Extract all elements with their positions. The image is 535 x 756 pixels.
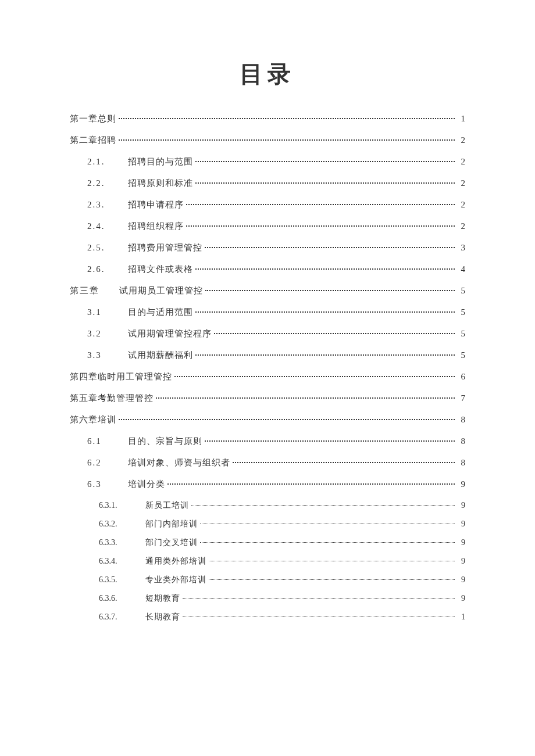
- toc-entry-text: 培训对象、师资与组织者: [128, 457, 230, 468]
- toc-entry: 3.1目的与适用范围5: [70, 307, 465, 318]
- toc-entry-text: 第四章临时用工管理管控: [70, 371, 172, 382]
- toc-entry-number: 6.3.6.: [99, 594, 145, 603]
- toc-entry: 2.4.招聘组织程序2: [70, 221, 465, 232]
- toc-leader-dots: [195, 182, 455, 184]
- toc-entry-page: 5: [457, 307, 465, 317]
- toc-leader-dots: [200, 542, 455, 543]
- toc-leader-dots: [200, 524, 455, 524]
- toc-leader-dots: [191, 505, 455, 506]
- toc-entry-page: 8: [457, 458, 465, 468]
- toc-entry-text: 试用期员工管理管控: [119, 285, 203, 296]
- toc-entry-page: 9: [457, 594, 465, 603]
- toc-leader-dots: [119, 139, 455, 141]
- toc-entry-number: 6.3.5.: [99, 575, 145, 585]
- toc-entry: 6.2培训对象、师资与组织者8: [70, 457, 465, 468]
- toc-leader-dots: [195, 161, 455, 162]
- toc-leader-dots: [195, 354, 455, 356]
- toc-entry-page: 2: [457, 221, 465, 231]
- table-of-contents: 第一章总则1第二章招聘22.1.招聘目的与范围22.2.招聘原则和标准22.3.…: [70, 113, 465, 622]
- toc-leader-dots: [174, 376, 455, 377]
- toc-entry-number: 第三章: [70, 285, 119, 296]
- toc-entry-number: 6.3: [87, 479, 128, 489]
- toc-entry-number: 6.3.1.: [99, 501, 145, 510]
- toc-entry-page: 1: [457, 114, 465, 124]
- toc-entry: 6.3.5.专业类外部培训9: [70, 575, 465, 585]
- toc-entry-number: 6.3.2.: [99, 519, 145, 529]
- toc-entry: 3.3试用期薪酬福利5: [70, 350, 465, 361]
- toc-leader-dots: [205, 290, 455, 291]
- toc-entry: 6.3.6.短期教育9: [70, 593, 465, 604]
- toc-entry-text: 培训分类: [128, 479, 165, 490]
- toc-entry-text: 招聘费用管理管控: [128, 242, 202, 253]
- toc-entry-number: 6.1: [87, 436, 128, 446]
- toc-entry-page: 8: [457, 415, 465, 425]
- toc-entry-page: 2: [457, 157, 465, 167]
- toc-entry: 6.3.3.部门交叉培训9: [70, 538, 465, 548]
- toc-entry-text: 部门交叉培训: [145, 538, 198, 548]
- toc-leader-dots: [186, 225, 455, 227]
- toc-entry-text: 专业类外部培训: [145, 575, 206, 585]
- toc-entry: 2.3.招聘申请程序2: [70, 199, 465, 210]
- toc-entry-number: 6.3.3.: [99, 538, 145, 547]
- toc-entry-text: 目的与适用范围: [128, 307, 193, 318]
- toc-entry-page: 3: [457, 243, 465, 253]
- toc-entry-number: 2.5.: [87, 243, 128, 253]
- toc-leader-dots: [209, 561, 455, 561]
- toc-entry-number: 6.2: [87, 458, 128, 468]
- toc-leader-dots: [183, 598, 455, 599]
- toc-entry-page: 5: [457, 329, 465, 339]
- toc-entry-page: 9: [457, 479, 465, 489]
- toc-entry-page: 9: [457, 538, 465, 547]
- toc-entry-number: 2.2.: [87, 178, 128, 188]
- page-title: 目录: [70, 58, 465, 90]
- toc-entry: 6.3.1.新员工培训9: [70, 500, 465, 511]
- toc-entry-number: 2.3.: [87, 200, 128, 210]
- toc-entry-page: 7: [457, 393, 465, 403]
- toc-entry-text: 第二章招聘: [70, 135, 116, 146]
- toc-entry: 第一章总则1: [70, 113, 465, 124]
- toc-entry-number: 3.1: [87, 307, 128, 317]
- toc-entry-text: 第六章培训: [70, 414, 116, 425]
- toc-leader-dots: [205, 247, 455, 248]
- toc-leader-dots: [167, 483, 455, 485]
- toc-entry-page: 1: [457, 612, 465, 622]
- toc-entry-text: 试用期管理管控程序: [128, 328, 212, 339]
- toc-entry: 6.3.2.部门内部培训9: [70, 519, 465, 529]
- toc-entry-page: 9: [457, 519, 465, 529]
- toc-entry-text: 新员工培训: [145, 500, 189, 511]
- toc-entry-page: 9: [457, 575, 465, 585]
- toc-leader-dots: [205, 440, 455, 442]
- toc-entry-text: 目的、宗旨与原则: [128, 436, 202, 447]
- toc-entry: 2.6.招聘文件或表格4: [70, 264, 465, 275]
- toc-leader-dots: [119, 419, 455, 420]
- toc-entry-number: 6.3.7.: [99, 612, 145, 622]
- toc-entry-page: 5: [457, 350, 465, 360]
- toc-entry: 第六章培训8: [70, 414, 465, 425]
- toc-entry: 第四章临时用工管理管控6: [70, 371, 465, 382]
- toc-entry-page: 2: [457, 135, 465, 145]
- toc-leader-dots: [195, 268, 455, 270]
- toc-entry-text: 招聘申请程序: [128, 199, 184, 210]
- toc-entry: 2.5.招聘费用管理管控3: [70, 242, 465, 253]
- toc-entry-number: 3.2: [87, 329, 128, 339]
- toc-entry-text: 通用类外部培训: [145, 556, 206, 567]
- toc-entry: 2.1.招聘目的与范围2: [70, 156, 465, 167]
- toc-entry-text: 长期教育: [145, 612, 180, 622]
- toc-entry-page: 9: [457, 501, 465, 510]
- toc-entry-page: 6: [457, 372, 465, 382]
- toc-entry-text: 第一章总则: [70, 113, 116, 124]
- toc-entry: 3.2试用期管理管控程序5: [70, 328, 465, 339]
- toc-leader-dots: [195, 311, 455, 313]
- toc-entry-text: 招聘原则和标准: [128, 178, 193, 189]
- toc-leader-dots: [183, 617, 455, 617]
- toc-entry-text: 短期教育: [145, 593, 180, 604]
- toc-leader-dots: [186, 204, 455, 205]
- toc-entry-page: 4: [457, 264, 465, 274]
- toc-entry-number: 3.3: [87, 350, 128, 360]
- toc-entry: 6.3.4.通用类外部培训9: [70, 556, 465, 567]
- toc-leader-dots: [119, 118, 455, 119]
- toc-leader-dots: [209, 579, 455, 580]
- toc-entry-number: 6.3.4.: [99, 557, 145, 566]
- toc-entry-text: 招聘文件或表格: [128, 264, 193, 275]
- toc-leader-dots: [214, 333, 455, 334]
